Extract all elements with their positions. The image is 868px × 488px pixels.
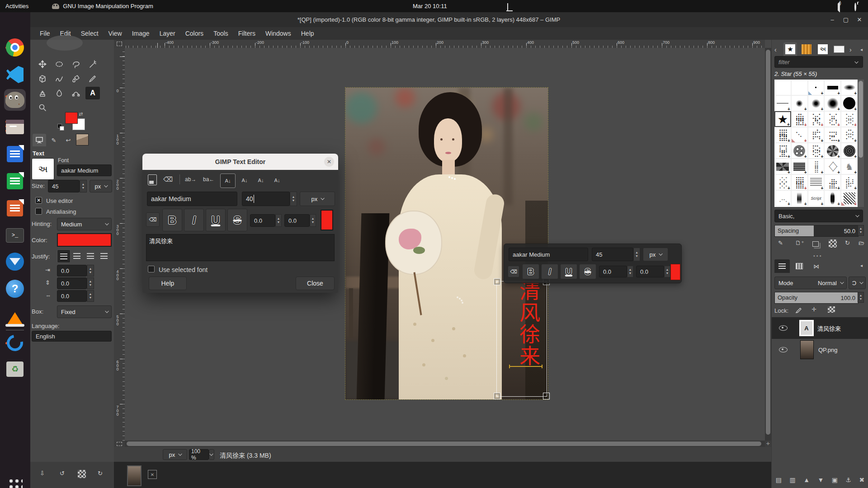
terminal-icon[interactable]: >_ — [4, 225, 26, 246]
brush-thumbnail[interactable] — [791, 95, 808, 111]
reset-tool-icon[interactable]: ↻ — [98, 470, 103, 477]
dialog-underline-button[interactable]: U — [206, 209, 226, 231]
dialog-text-area[interactable]: 清风徐来 — [146, 234, 335, 261]
size-unit-dropdown[interactable]: px — [90, 180, 112, 192]
menu-layer[interactable]: Layer — [155, 30, 180, 37]
help-icon[interactable]: ? — [4, 278, 26, 300]
overlay-size-spinner[interactable] — [633, 248, 640, 261]
overlay-baseline-spinner[interactable] — [627, 266, 633, 277]
overlay-font-field[interactable]: aakar Medium — [509, 248, 588, 261]
tab-undo-history[interactable]: ↩ — [61, 134, 75, 146]
ltr-icon[interactable]: ab→ — [185, 176, 196, 183]
trash-icon[interactable]: ♻ — [4, 358, 26, 380]
brush-thumbnail[interactable] — [824, 95, 841, 111]
brush-thumbnail[interactable] — [791, 190, 808, 206]
dialog-kerning-spinner[interactable] — [310, 214, 316, 227]
gimp-icon[interactable] — [4, 89, 26, 111]
thunderbird-icon[interactable] — [4, 251, 26, 272]
horizontal-ruler[interactable]: -400 -300 -200 -100 0 100 200 300 400 50… — [125, 40, 765, 48]
dialog-close-icon[interactable]: ✕ — [324, 157, 334, 167]
layer-row-image[interactable]: QP.png — [772, 339, 868, 361]
vscode-icon[interactable] — [4, 64, 26, 85]
vertical-lr-icon[interactable]: A↓ — [270, 174, 284, 187]
menu-windows[interactable]: Windows — [260, 30, 296, 37]
menu-tools[interactable]: Tools — [208, 30, 233, 37]
overlay-italic-button[interactable]: I — [541, 264, 558, 279]
tab-document-history[interactable] — [832, 42, 846, 56]
brush-thumbnail[interactable]: ♞ — [841, 159, 858, 174]
new-brush-icon[interactable]: 🗋⁺ — [795, 239, 804, 246]
box-dropdown[interactable]: Fixed — [57, 305, 112, 318]
brush-thumbnail[interactable] — [791, 159, 808, 174]
anchor-layer-icon[interactable]: ⚓ — [846, 476, 852, 483]
vertical-lr-upright-icon[interactable]: A↓ — [254, 174, 268, 187]
overlay-underline-button[interactable]: U — [560, 264, 577, 279]
menu-help[interactable]: Help — [296, 30, 319, 37]
tab-tool-options[interactable] — [33, 134, 46, 146]
dialog-size-spinner[interactable] — [290, 192, 297, 206]
dock-menu-icon[interactable]: ◂ — [860, 47, 863, 52]
raise-layer-icon[interactable]: ▲ — [803, 476, 810, 483]
vertical-rl-upright-icon[interactable]: A↓ — [220, 174, 236, 188]
ruler-corner[interactable] — [114, 40, 125, 48]
menu-image[interactable]: Image — [127, 30, 155, 37]
open-brush-icon[interactable]: 🗁 — [859, 239, 864, 246]
overlay-kerning-field[interactable]: 0.0 — [636, 266, 664, 277]
help-button[interactable]: Help — [149, 277, 187, 290]
layer-mode-dropdown[interactable]: ModeNormal — [774, 277, 847, 289]
justify-fill-button[interactable] — [98, 249, 110, 262]
zoom-tool[interactable] — [35, 101, 50, 114]
tab-channels[interactable] — [792, 259, 807, 273]
brush-thumbnail[interactable] — [774, 95, 791, 111]
size-spinner[interactable] — [80, 180, 87, 192]
dialog-clear-format-icon[interactable]: ⌫ — [146, 212, 160, 227]
brush-thumbnail[interactable]: ⣰⣦⣴⣆ — [824, 174, 841, 190]
language-field[interactable]: English — [32, 331, 112, 342]
font-name-field[interactable]: aakar Medium — [57, 164, 112, 176]
letter-spacing-field[interactable]: 0.0 — [57, 290, 87, 302]
dialog-italic-button[interactable]: I — [184, 209, 204, 231]
activities-button[interactable]: Activities — [0, 0, 34, 12]
move-tool[interactable] — [35, 58, 50, 70]
indent-field[interactable]: 0.0 — [57, 265, 87, 277]
free-select-tool[interactable] — [69, 58, 83, 70]
files-icon[interactable] — [4, 116, 26, 138]
layer-visibility-icon[interactable] — [779, 325, 788, 331]
load-text-icon[interactable] — [148, 174, 157, 185]
dialog-size-field[interactable]: 40 — [242, 192, 290, 206]
opacity-spinner[interactable] — [858, 292, 864, 303]
font-preview-button[interactable]: અ — [32, 158, 54, 180]
brush-thumbnail[interactable]: ⡠⢄ — [774, 190, 791, 206]
justify-right-button[interactable] — [71, 249, 83, 262]
brush-thumbnail[interactable] — [841, 95, 858, 111]
volume-icon[interactable] — [835, 4, 840, 10]
delete-brush-icon[interactable]: ✕ — [829, 239, 837, 248]
text-color-button[interactable] — [57, 233, 112, 247]
dialog-kerning-field[interactable]: 0.0 — [284, 214, 310, 227]
brush-thumbnail[interactable]: ⡫⢕⢕⡫ — [808, 143, 825, 159]
dialog-title[interactable]: GIMP Text Editor — [142, 154, 338, 170]
zoom-dropdown[interactable] — [209, 449, 214, 460]
lock-alpha-icon[interactable] — [828, 306, 835, 313]
menu-file[interactable]: File — [35, 30, 55, 37]
brush-thumbnail[interactable]: ⢸⡇⢸⡇ — [808, 159, 825, 174]
dialog-strikethrough-button[interactable]: S — [227, 209, 247, 231]
frame-handle-top-left[interactable] — [494, 278, 500, 285]
hinting-dropdown[interactable]: Medium — [57, 218, 112, 230]
layer-row-text[interactable]: A 清风徐来 — [772, 317, 868, 339]
brush-thumbnail[interactable]: ⢵⡪⡜⢮ — [808, 111, 825, 127]
libreoffice-impress-icon[interactable] — [4, 197, 26, 219]
zoom-field[interactable]: 100 % — [189, 449, 209, 460]
brush-thumbnail[interactable] — [841, 190, 858, 206]
justify-left-button[interactable] — [57, 249, 71, 263]
spacing-slider[interactable]: Spacing 50.0 — [774, 225, 859, 237]
notification-bell-icon[interactable] — [507, 4, 508, 10]
line-spacing-field[interactable]: 0.0 — [57, 277, 87, 289]
vertical-ruler[interactable]: 0 100 200 300 400 500 600 700 — [114, 48, 125, 441]
layer-visibility-icon[interactable] — [779, 347, 788, 352]
refresh-brushes-icon[interactable]: ↻ — [845, 239, 850, 246]
power-icon[interactable] — [854, 4, 856, 10]
brush-thumbnail[interactable]: ⡪⡪⡪⡪ — [774, 174, 791, 190]
brush-thumbnail[interactable]: ⣒⡲⢔⣂ — [824, 127, 841, 143]
lock-position-icon[interactable]: ✛ — [811, 306, 816, 313]
